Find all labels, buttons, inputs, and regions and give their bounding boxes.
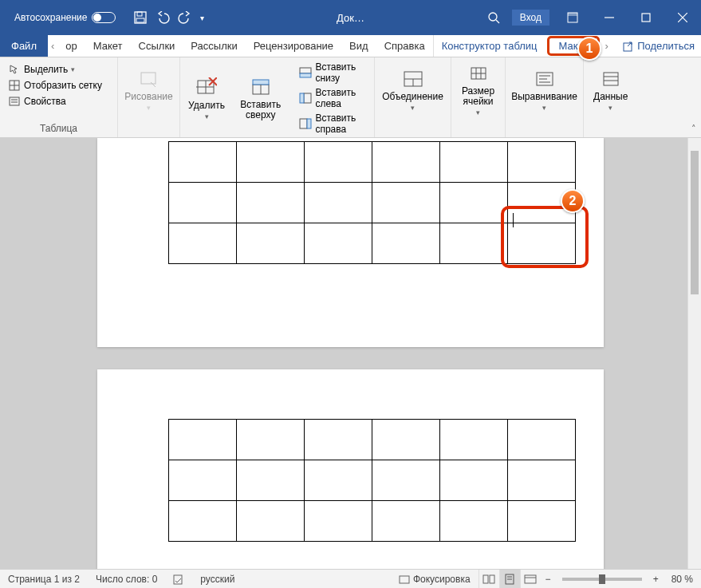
group-merge-title xyxy=(375,121,451,137)
svg-rect-25 xyxy=(253,80,269,85)
cell-size-icon xyxy=(467,62,490,85)
properties-label: Свойства xyxy=(24,96,66,107)
zoom-out-button[interactable]: − xyxy=(541,574,556,585)
callout-1: 1 xyxy=(577,37,601,61)
svg-rect-30 xyxy=(300,93,304,103)
language-indicator[interactable]: русский xyxy=(192,574,242,585)
qat-dropdown-icon[interactable]: ▾ xyxy=(200,14,204,22)
view-gridlines-button[interactable]: Отобразить сетку xyxy=(5,78,105,93)
vertical-scrollbar[interactable] xyxy=(687,138,701,569)
svg-rect-11 xyxy=(624,43,632,51)
svg-rect-44 xyxy=(604,73,618,85)
proofing-icon[interactable] xyxy=(165,574,192,585)
insert-left-button[interactable]: Вставить слева xyxy=(296,86,369,110)
redo-icon[interactable] xyxy=(178,10,192,25)
chevron-down-icon: ▾ xyxy=(71,65,75,73)
properties-icon xyxy=(8,95,21,108)
draw-label: Рисование xyxy=(124,92,172,102)
insert-right-label: Вставить справа xyxy=(315,112,366,135)
tab-file[interactable]: Файл xyxy=(0,35,48,57)
ribbon-display-icon[interactable] xyxy=(554,0,591,35)
svg-rect-2 xyxy=(136,18,144,22)
svg-rect-6 xyxy=(568,13,577,16)
alignment-label: Выравнивание xyxy=(511,92,577,102)
read-mode-icon[interactable] xyxy=(478,570,499,589)
alignment-button[interactable]: Выравнивание ▾ xyxy=(510,68,578,112)
print-layout-icon[interactable] xyxy=(499,570,520,589)
tab-view[interactable]: Вид xyxy=(341,35,376,57)
chevron-down-icon: ▾ xyxy=(205,112,209,120)
undo-icon[interactable] xyxy=(156,10,170,25)
page-2 xyxy=(97,369,604,569)
table-row[interactable] xyxy=(169,142,576,183)
insert-below-label: Вставить снизу xyxy=(315,61,366,84)
select-button[interactable]: Выделить ▾ xyxy=(5,62,105,77)
insert-below-icon xyxy=(299,66,312,79)
merge-button[interactable]: Объединение ▾ xyxy=(380,68,446,112)
chevron-down-icon: ▾ xyxy=(608,104,612,112)
autosave-label: Автосохранение xyxy=(14,12,87,23)
chevron-down-icon: ▾ xyxy=(147,104,151,112)
svg-rect-31 xyxy=(300,119,307,128)
merge-icon xyxy=(402,68,424,90)
focus-mode[interactable]: Фокусировка xyxy=(391,574,478,585)
collapse-ribbon-icon[interactable]: ˄ xyxy=(691,124,696,134)
cell-size-button[interactable]: Размер ячейки ▾ xyxy=(456,62,500,116)
group-draw-title xyxy=(118,121,179,137)
insert-above-icon xyxy=(250,76,272,98)
table-row[interactable] xyxy=(169,501,576,542)
svg-line-4 xyxy=(496,20,499,23)
zoom-level[interactable]: 80 % xyxy=(664,574,701,585)
delete-label: Удалить xyxy=(188,101,225,111)
draw-button: Рисование ▾ xyxy=(123,68,175,112)
maximize-icon[interactable] xyxy=(628,0,664,35)
draw-table-icon xyxy=(138,68,160,90)
tab-layout[interactable]: Макет xyxy=(85,35,131,57)
cell-size-label: Размер ячейки xyxy=(461,86,495,107)
alignment-icon xyxy=(534,68,556,90)
web-layout-icon[interactable] xyxy=(520,570,541,589)
zoom-slider[interactable] xyxy=(562,578,642,581)
tab-review[interactable]: Рецензирование xyxy=(246,35,341,57)
highlighted-cell xyxy=(501,206,589,268)
tab-references[interactable]: Ссылки xyxy=(131,35,183,57)
svg-rect-50 xyxy=(490,575,494,583)
tab-help[interactable]: Справка xyxy=(376,35,433,57)
merge-label: Объединение xyxy=(382,92,443,102)
tabs-prev[interactable]: ‹ xyxy=(48,35,57,57)
save-icon[interactable] xyxy=(133,10,148,25)
insert-right-button[interactable]: Вставить справа xyxy=(296,112,369,136)
svg-rect-28 xyxy=(300,73,311,77)
login-button[interactable]: Вход xyxy=(512,10,549,26)
share-button[interactable]: Поделиться xyxy=(623,35,695,57)
svg-rect-29 xyxy=(304,93,311,103)
insert-left-label: Вставить слева xyxy=(315,87,366,109)
svg-rect-27 xyxy=(300,68,311,73)
page-indicator[interactable]: Страница 1 из 2 xyxy=(0,574,88,585)
insert-right-icon xyxy=(299,117,312,130)
table-row[interactable] xyxy=(169,420,576,460)
document-title: Док… xyxy=(337,12,364,24)
insert-above-button[interactable]: Вставить сверху xyxy=(228,76,293,120)
document-area[interactable] xyxy=(0,138,701,569)
tab-partial[interactable]: ор xyxy=(57,35,85,57)
grid-icon xyxy=(8,79,21,92)
insert-below-button[interactable]: Вставить снизу xyxy=(296,61,369,85)
zoom-in-button[interactable]: + xyxy=(648,574,664,585)
svg-point-3 xyxy=(489,13,497,21)
delete-button[interactable]: Удалить ▾ xyxy=(185,77,228,120)
svg-rect-15 xyxy=(10,97,19,105)
table-row[interactable] xyxy=(169,460,576,501)
properties-button[interactable]: Свойства xyxy=(5,94,105,109)
word-count[interactable]: Число слов: 0 xyxy=(88,574,165,585)
table-2[interactable] xyxy=(168,419,576,542)
autosave-toggle[interactable] xyxy=(92,12,116,23)
data-button[interactable]: Данные ▾ xyxy=(589,68,632,112)
minimize-icon[interactable] xyxy=(591,0,628,35)
cursor-icon xyxy=(8,63,21,76)
close-icon[interactable] xyxy=(664,0,701,35)
tab-table-design[interactable]: Конструктор таблиц xyxy=(434,35,545,57)
tabs-next[interactable]: › xyxy=(601,35,611,57)
tab-mailings[interactable]: Рассылки xyxy=(183,35,245,57)
search-icon[interactable] xyxy=(475,0,512,35)
